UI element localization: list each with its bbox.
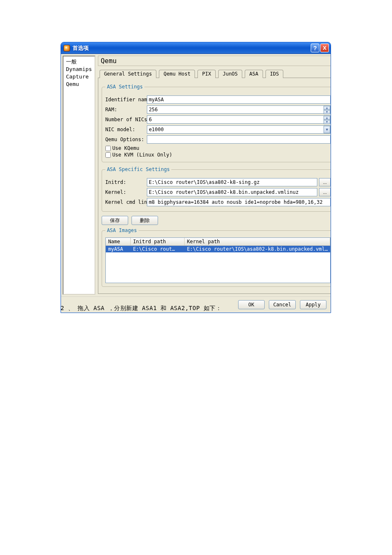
qemu-options-input[interactable] [147, 135, 331, 144]
tab-page-asa: ASA Settings Identifier name: RAM: ▲ [98, 78, 331, 294]
preferences-dialog: 首选项 ? X 一般 Dynamips Capture Qemu Qemu Ge… [61, 42, 331, 313]
list-header: Name Initrd path Kernel path [106, 238, 331, 246]
col-initrd[interactable]: Initrd path [131, 238, 185, 245]
save-button[interactable]: 保存 [102, 216, 128, 225]
delete-button[interactable]: 删除 [131, 216, 158, 225]
use-kqemu-checkbox[interactable] [105, 146, 111, 151]
initrd-input[interactable] [147, 178, 318, 186]
nics-spin-up-icon[interactable]: ▲ [324, 116, 330, 120]
list-row[interactable]: myASA E:\Cisco rout… E:\Cisco router\IOS… [106, 246, 331, 252]
cancel-button[interactable]: Cancel [269, 300, 296, 309]
ram-label: RAM: [105, 107, 147, 112]
help-button[interactable]: ? [311, 44, 319, 52]
sidebar-item-capture[interactable]: Capture [66, 73, 92, 81]
cell-name: myASA [106, 246, 131, 252]
ram-spinner: ▲ ▼ [324, 106, 330, 113]
identifier-label: Identifier name: [105, 97, 147, 103]
kernel-input[interactable] [147, 188, 318, 196]
kernel-browse-button[interactable]: ... [319, 188, 331, 196]
tab-ids[interactable]: IDS [265, 70, 284, 78]
panel-title: Qemu [98, 56, 331, 66]
nics-spinner: ▲ ▼ [324, 116, 330, 123]
sidebar-item-qemu[interactable]: Qemu [66, 81, 92, 88]
close-button[interactable]: X [320, 44, 329, 52]
tab-junos[interactable]: JunOS [218, 70, 242, 78]
initrd-browse-button[interactable]: ... [319, 178, 331, 186]
kernel-label: Kernel: [105, 189, 147, 195]
qemu-tabs: General Settings Qemu Host PIX JunOS ASA… [98, 68, 331, 78]
use-kvm-checkbox[interactable] [105, 152, 111, 158]
nic-model-label: NIC model: [105, 127, 147, 132]
asa-images-list[interactable]: Name Initrd path Kernel path myASA E:\Ci… [105, 237, 331, 283]
tab-general-settings[interactable]: General Settings [100, 70, 157, 78]
ok-button[interactable]: OK [238, 300, 265, 309]
nic-model-select[interactable] [147, 125, 331, 134]
apply-button[interactable]: Apply [300, 300, 326, 309]
asa-settings-legend: ASA Settings [105, 84, 145, 90]
qemu-options-label: Qemu Options: [105, 137, 147, 142]
asa-settings-group: ASA Settings Identifier name: RAM: ▲ [102, 84, 331, 162]
nics-label: Number of NICs: [105, 117, 147, 122]
ram-spin-up-icon[interactable]: ▲ [324, 106, 330, 110]
category-sidebar: 一般 Dynamips Capture Qemu [63, 56, 95, 295]
sidebar-item-dynamips[interactable]: Dynamips [66, 66, 92, 73]
use-kqemu-label: Use KQemu [112, 145, 139, 151]
nics-spin-down-icon[interactable]: ▼ [324, 120, 330, 124]
sidebar-item-general[interactable]: 一般 [66, 58, 92, 66]
ram-input[interactable] [147, 105, 331, 114]
asa-specific-group: ASA Specific Settings Initrd: ... Kernel… [102, 166, 331, 212]
nics-input[interactable] [147, 115, 331, 124]
asa-images-group: ASA Images Name Initrd path Kernel path … [102, 227, 331, 287]
identifier-input[interactable] [147, 95, 331, 104]
kernel-cmdline-input[interactable] [147, 198, 331, 206]
use-kvm-label: Use KVM (Linux Only) [112, 152, 173, 158]
tab-qemu-host[interactable]: Qemu Host [159, 70, 195, 78]
window-title: 首选项 [73, 44, 310, 52]
nic-model-dropdown-icon[interactable]: ▼ [324, 126, 330, 133]
caption-text: 2 、 拖入 ASA ，分别新建 ASA1 和 ASA2,TOP 如下： [61, 305, 222, 312]
tab-asa[interactable]: ASA [245, 70, 263, 78]
asa-images-legend: ASA Images [105, 227, 139, 233]
cell-kernel: E:\Cisco router\IOS\asa802-k8.bin.unpack… [185, 246, 331, 252]
kernel-cmdline-label: Kernel cmd line: [105, 199, 147, 205]
col-kernel[interactable]: Kernel path [185, 238, 331, 245]
titlebar[interactable]: 首选项 ? X [61, 42, 331, 54]
cell-initrd: E:\Cisco rout… [131, 246, 185, 252]
initrd-label: Initrd: [105, 179, 147, 185]
asa-specific-legend: ASA Specific Settings [105, 166, 172, 172]
col-name[interactable]: Name [106, 238, 131, 245]
app-icon [63, 45, 70, 51]
tab-pix[interactable]: PIX [197, 70, 216, 78]
ram-spin-down-icon[interactable]: ▼ [324, 110, 330, 114]
